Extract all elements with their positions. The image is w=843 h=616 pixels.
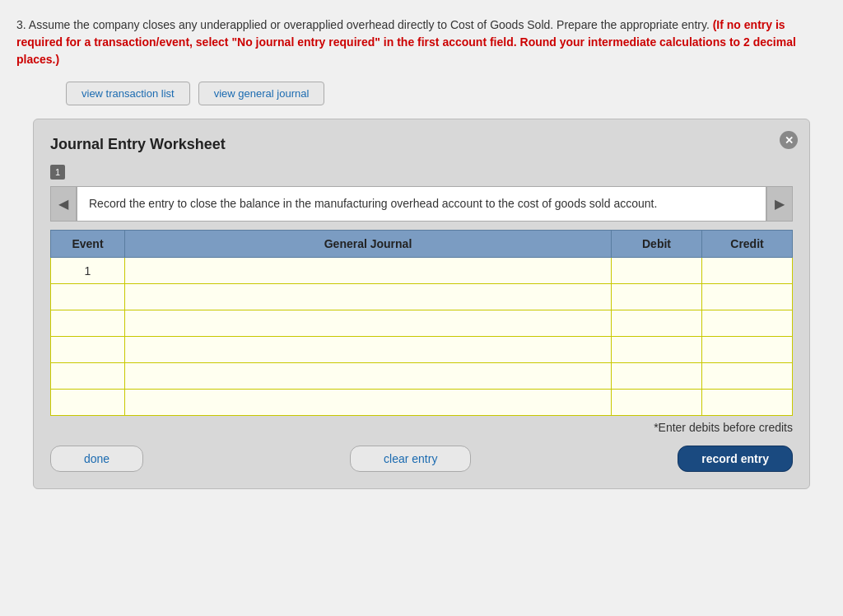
close-button[interactable]: ✕ (780, 131, 798, 149)
bottom-button-row: done clear entry record entry (50, 446, 793, 472)
table-row (51, 363, 793, 390)
journal-cell[interactable] (125, 337, 612, 363)
credit-cell[interactable] (702, 363, 793, 390)
table-row (51, 390, 793, 416)
nav-right-arrow[interactable]: ▶ (766, 186, 793, 222)
event-header: Event (51, 231, 125, 258)
journal-cell[interactable] (125, 390, 612, 416)
record-entry-button[interactable]: record entry (678, 446, 793, 472)
instruction-main: Assume the company closes any underappli… (29, 18, 713, 31)
debit-cell[interactable] (612, 258, 702, 284)
debit-cell[interactable] (612, 284, 702, 310)
event-cell (51, 363, 125, 390)
debit-cell[interactable] (612, 390, 702, 416)
instruction-text: 3. Assume the company closes any underap… (16, 16, 827, 68)
event-cell (51, 310, 125, 337)
journal-input[interactable] (130, 344, 606, 357)
journal-table: Event General Journal Debit Credit 1 (50, 230, 793, 416)
done-button[interactable]: done (50, 446, 143, 472)
credit-input[interactable] (707, 397, 787, 409)
nav-left-arrow[interactable]: ◀ (50, 186, 77, 222)
debit-input[interactable] (617, 371, 696, 383)
table-header-row: Event General Journal Debit Credit (51, 231, 793, 258)
enter-note: *Enter debits before credits (50, 421, 793, 434)
credit-cell[interactable] (702, 390, 793, 416)
journal-input[interactable] (130, 292, 606, 304)
right-chevron-icon: ▶ (775, 196, 785, 212)
event-cell: 1 (51, 258, 125, 284)
view-journal-button[interactable]: view general journal (198, 82, 325, 105)
credit-header: Credit (702, 231, 793, 258)
debit-input[interactable] (617, 292, 696, 304)
description-box: Record the entry to close the balance in… (77, 186, 766, 222)
journal-entry-worksheet: Journal Entry Worksheet ✕ 1 ◀ Record the… (33, 119, 810, 489)
credit-input[interactable] (707, 371, 787, 383)
credit-input[interactable] (707, 292, 787, 304)
table-row (51, 310, 793, 337)
debit-cell[interactable] (612, 363, 702, 390)
left-chevron-icon: ◀ (58, 196, 68, 212)
credit-cell[interactable] (702, 337, 793, 363)
clear-entry-button[interactable]: clear entry (350, 446, 471, 472)
debit-input[interactable] (617, 265, 696, 278)
event-cell (51, 390, 125, 416)
journal-input[interactable] (130, 371, 606, 383)
journal-input[interactable] (130, 318, 606, 330)
journal-input[interactable] (130, 397, 606, 409)
top-button-row: view transaction list view general journ… (66, 82, 827, 105)
debit-header: Debit (612, 231, 702, 258)
journal-cell[interactable] (125, 363, 612, 390)
credit-cell[interactable] (702, 310, 793, 337)
credit-input[interactable] (707, 318, 787, 330)
journal-cell[interactable] (125, 284, 612, 310)
debit-input[interactable] (617, 344, 696, 357)
debit-input[interactable] (617, 397, 696, 409)
event-cell (51, 284, 125, 310)
instruction-number: 3. (16, 18, 26, 31)
debit-input[interactable] (617, 318, 696, 330)
debit-cell[interactable] (612, 310, 702, 337)
event-cell (51, 337, 125, 363)
table-row (51, 337, 793, 363)
view-transaction-button[interactable]: view transaction list (66, 82, 190, 105)
debit-cell[interactable] (612, 337, 702, 363)
description-nav-row: ◀ Record the entry to close the balance … (50, 186, 793, 222)
entry-number-badge: 1 (50, 165, 65, 180)
worksheet-title: Journal Entry Worksheet (50, 136, 793, 153)
journal-cell[interactable] (125, 258, 612, 284)
table-row: 1 (51, 258, 793, 284)
table-row (51, 284, 793, 310)
journal-header: General Journal (125, 231, 612, 258)
credit-cell[interactable] (702, 284, 793, 310)
journal-cell[interactable] (125, 310, 612, 337)
credit-cell[interactable] (702, 258, 793, 284)
journal-input[interactable] (130, 265, 606, 278)
credit-input[interactable] (707, 265, 787, 278)
credit-input[interactable] (707, 344, 787, 357)
